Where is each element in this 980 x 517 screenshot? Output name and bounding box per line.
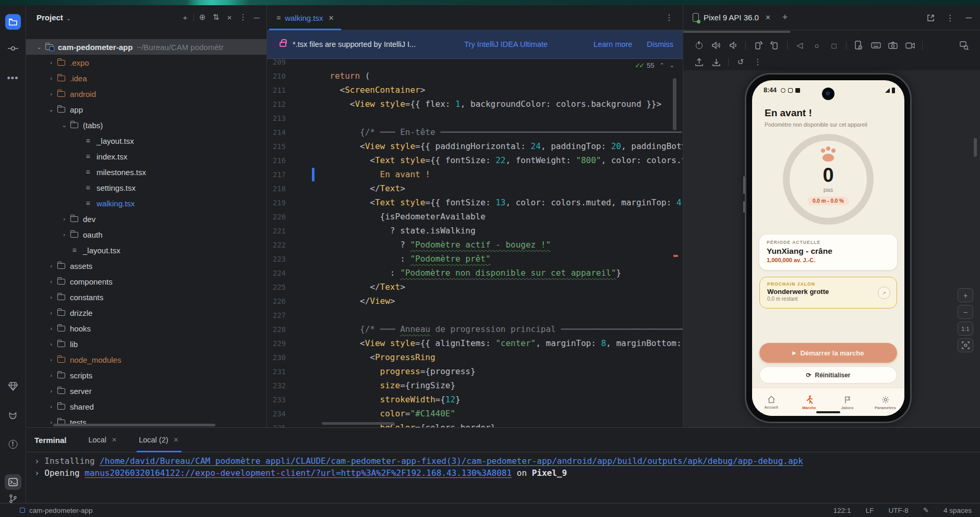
nav-item-accueil[interactable]: Accueil <box>752 388 790 416</box>
tree-item-lib[interactable]: ›lib <box>26 336 267 352</box>
chevron-right-icon[interactable]: › <box>61 231 68 238</box>
camera-icon[interactable] <box>888 40 898 51</box>
try-ultimate-link[interactable]: Try IntelliJ IDEA Ultimate <box>464 40 548 48</box>
volume-up-icon[interactable] <box>711 40 721 51</box>
tree-item--idea[interactable]: ›.idea <box>26 70 267 86</box>
commit-icon[interactable] <box>8 45 18 52</box>
power-icon[interactable] <box>694 40 704 51</box>
learn-more-link[interactable]: Learn more <box>594 40 632 48</box>
chevron-right-icon[interactable]: › <box>47 341 55 347</box>
tree-item-scripts[interactable]: ›scripts <box>26 367 267 383</box>
close-icon[interactable]: ✕ <box>112 436 117 444</box>
reset-icon[interactable]: ↺ <box>735 57 746 67</box>
chevron-right-icon[interactable]: › <box>61 216 68 222</box>
screenshot-button[interactable] <box>958 338 973 352</box>
panel-scrollbar[interactable] <box>974 138 977 157</box>
chevron-right-icon[interactable]: › <box>47 403 55 410</box>
indent-setting[interactable]: 4 spaces <box>943 507 972 514</box>
add-icon[interactable]: + <box>178 13 192 22</box>
tree-item-android[interactable]: ›android <box>26 86 267 102</box>
tree-item--layout-tsx[interactable]: ≡_layout.tsx <box>26 242 267 258</box>
add-device-icon[interactable]: + <box>782 12 788 23</box>
caret-position[interactable]: 122:1 <box>833 507 851 514</box>
phone-screen[interactable]: 8:44 En avant ! Podomètre non disponible… <box>752 80 904 416</box>
chevron-right-icon[interactable]: › <box>47 294 55 300</box>
tree-item-settings-tsx[interactable]: ≡settings.tsx <box>26 180 267 195</box>
tree-item-shared[interactable]: ›shared <box>26 399 267 414</box>
chevron-right-icon[interactable]: › <box>47 263 55 269</box>
expand-all-icon[interactable]: ⇅ <box>209 13 223 22</box>
video-icon[interactable] <box>905 40 915 51</box>
tree-item-milestones-tsx[interactable]: ≡milestones.tsx <box>26 164 267 180</box>
hide-panel-icon[interactable]: ─ <box>250 13 263 22</box>
hide-panel-icon[interactable]: ─ <box>966 13 972 22</box>
tree-item-server[interactable]: ›server <box>26 383 267 399</box>
project-folder-icon[interactable] <box>5 14 21 30</box>
package-icon[interactable] <box>8 381 18 391</box>
close-icon[interactable]: ✕ <box>329 14 334 22</box>
chevron-right-icon[interactable]: › <box>47 278 55 285</box>
device-settings-icon[interactable] <box>853 40 864 51</box>
rotate-right-icon[interactable] <box>770 40 780 51</box>
chevron-down-icon[interactable]: ⌄ <box>61 122 68 129</box>
zoom-out-button[interactable]: − <box>958 305 973 319</box>
status-project[interactable]: cam-pedometer-app <box>20 507 93 514</box>
keyboard-icon[interactable] <box>870 40 881 51</box>
back-icon[interactable]: ◁ <box>794 40 805 51</box>
zoom-reset-button[interactable]: 1:1 <box>958 322 973 336</box>
editor-more-icon[interactable]: ⋮ <box>665 13 673 22</box>
chevron-down-icon[interactable]: ⌄ <box>47 106 55 113</box>
tab-local-1[interactable]: Local✕ <box>88 436 117 444</box>
download-icon[interactable] <box>711 57 721 67</box>
chevron-right-icon[interactable]: › <box>47 310 55 316</box>
chevron-down-icon[interactable]: ⌄ <box>35 44 43 51</box>
tree-item--layout-tsx[interactable]: ≡_layout.tsx <box>26 133 267 149</box>
next-problem-icon[interactable]: ⌄ <box>670 62 674 69</box>
tree-item-dev[interactable]: ›dev <box>26 211 267 227</box>
device-tab-label[interactable]: Pixel 9 API 36.0 <box>704 13 759 22</box>
more-icon[interactable]: ⋮ <box>946 13 954 23</box>
close-icon[interactable]: ✕ <box>765 14 771 21</box>
tree-item-drizzle[interactable]: ›drizzle <box>26 305 267 321</box>
editor-scrollbar[interactable] <box>673 78 676 130</box>
chevron-right-icon[interactable]: › <box>47 325 55 331</box>
reset-button[interactable]: ⟳ Réinitialiser <box>759 366 897 384</box>
nav-item-paramètres[interactable]: Paramètres <box>866 388 904 416</box>
tab-scroll-thumb[interactable] <box>683 31 790 33</box>
tree-item-hooks[interactable]: ›hooks <box>26 321 267 336</box>
tree-item-assets[interactable]: ›assets <box>26 258 267 274</box>
tree-item-app[interactable]: ⌄app <box>26 102 267 117</box>
file-encoding[interactable]: UTF-8 <box>888 507 908 514</box>
terminal-output[interactable]: › Installing /home/david/Bureau/CAM podo… <box>26 452 980 503</box>
tree-item-walking-tsx[interactable]: ≡walking.tsx <box>26 195 267 211</box>
tab-local-2[interactable]: Local (2)✕ <box>139 436 178 444</box>
rotate-left-icon[interactable] <box>753 40 763 51</box>
tree-item-index-tsx[interactable]: ≡index.tsx <box>26 149 267 164</box>
chevron-right-icon[interactable]: › <box>47 59 55 66</box>
locate-icon[interactable]: ⊕ <box>196 13 209 22</box>
chevron-right-icon[interactable]: › <box>47 75 55 81</box>
tree-item-constants[interactable]: ›constants <box>26 289 267 305</box>
collapse-all-icon[interactable]: × <box>223 13 236 22</box>
tree-item--tabs-[interactable]: ⌄(tabs) <box>26 117 267 133</box>
overview-icon[interactable]: □ <box>829 40 839 51</box>
more-icon[interactable]: ••• <box>7 73 19 84</box>
editor-h-scrollbar[interactable] <box>322 422 395 425</box>
cat-icon[interactable] <box>8 412 18 421</box>
close-icon[interactable]: ✕ <box>174 436 179 444</box>
tree-item-oauth[interactable]: ›oauth <box>26 227 267 242</box>
prev-problem-icon[interactable]: ⌃ <box>660 62 664 69</box>
more-icon[interactable]: ⋮ <box>236 13 250 22</box>
chevron-right-icon[interactable]: › <box>47 372 55 378</box>
chevron-right-icon[interactable]: › <box>47 91 55 97</box>
error-stripe-mark[interactable] <box>673 255 678 257</box>
zoom-in-button[interactable]: + <box>958 288 973 302</box>
upload-icon[interactable] <box>694 57 704 67</box>
volume-down-icon[interactable] <box>728 40 739 51</box>
git-branch-icon[interactable] <box>9 494 17 503</box>
tab-walking-tsx[interactable]: ≡ walking.tsx ✕ <box>269 5 341 30</box>
inspections-widget[interactable]: ✓✓ 55 ⌃ ⌄ <box>635 61 674 69</box>
tree-item-cam-pedometer-app[interactable]: ⌄cam-pedometer-app~/Bureau/CAM podomètr <box>26 39 267 55</box>
chevron-right-icon[interactable]: › <box>47 388 55 394</box>
dismiss-link[interactable]: Dismiss <box>647 40 673 48</box>
